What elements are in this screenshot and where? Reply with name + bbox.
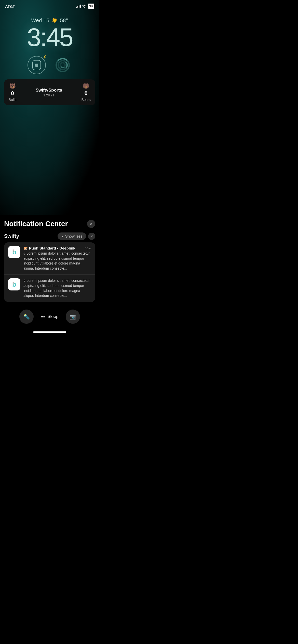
close-icon: ✕ <box>90 222 93 226</box>
watch-widget[interactable]: ⚡ <box>28 56 46 74</box>
home-team-score: 0 <box>11 90 14 97</box>
temperature-label: 58° <box>60 18 68 23</box>
camera-icon: 📷 <box>70 314 76 320</box>
status-bar: AT&T 93 <box>0 0 99 10</box>
signal-icon <box>76 5 81 8</box>
watch-icon <box>32 60 41 70</box>
sun-icon: ☀️ <box>51 17 58 23</box>
away-team-block: 🐻 0 Bears <box>81 83 91 102</box>
widget-row: ⚡ <box>0 56 99 74</box>
notif-group-header: Swifty ▲ Show less ✕ <box>4 232 95 240</box>
app-icon-1: b <box>8 246 20 258</box>
nc-close-button[interactable]: ✕ <box>87 220 95 228</box>
notif-content-1: 🐹 Push Standard - Deeplink now # Lorem i… <box>23 246 91 271</box>
activity-widget[interactable] <box>53 56 72 74</box>
notif-group-name: Swifty <box>4 233 19 239</box>
home-team-name: Bulls <box>9 98 16 102</box>
notif-cards-container: b 🐹 Push Standard - Deeplink now # Lorem… <box>4 242 95 302</box>
home-indicator <box>33 331 66 333</box>
battery-level: 93 <box>89 4 93 8</box>
clock-display: 3:45 <box>0 24 99 50</box>
notif-title-1: Push Standard - Deeplink <box>29 246 75 250</box>
game-time: 1:28:21 <box>16 93 81 97</box>
home-team-emoji: 🐻 <box>9 83 16 89</box>
battery-indicator: 93 <box>88 4 94 9</box>
flashlight-icon: 🔦 <box>23 314 30 320</box>
notif-body-2: # Lorem ipsum dolor sit amet, consectetu… <box>23 278 91 298</box>
lightning-icon: ⚡ <box>43 55 47 59</box>
sports-widget[interactable]: 🐻 0 Bulls SwiftySports 1:28:21 🐻 0 Bears <box>4 79 95 105</box>
chevron-up-icon: ▲ <box>61 235 64 238</box>
home-team-block: 🐻 0 Bulls <box>9 83 16 102</box>
show-less-label: Show less <box>65 234 83 238</box>
notif-header-row-1: 🐹 Push Standard - Deeplink now <box>23 246 91 250</box>
notif-body-1: # Lorem ipsum dolor sit amet, consectetu… <box>23 251 91 271</box>
date-weather-row: Wed 15 ☀️ 58° <box>0 17 99 23</box>
bottom-controls: 🔦 🛏 Sleep 📷 <box>4 302 95 329</box>
away-team-name: Bears <box>81 98 91 102</box>
game-info: SwiftySports 1:28:21 <box>16 88 81 97</box>
wifi-icon <box>82 5 86 8</box>
group-close-icon: ✕ <box>90 235 93 238</box>
carrier-label: AT&T <box>5 4 15 8</box>
notif-title-row-1: 🐹 Push Standard - Deeplink <box>23 246 75 250</box>
notif-time-1: now <box>85 246 91 250</box>
notif-content-2: # Lorem ipsum dolor sit amet, consectetu… <box>23 278 91 298</box>
away-team-emoji: 🐻 <box>83 83 89 89</box>
date-label: Wed 15 <box>31 18 50 23</box>
bed-icon: 🛏 <box>41 314 45 319</box>
show-less-button[interactable]: ▲ Show less <box>58 232 86 240</box>
app-icon-2: b <box>8 278 20 290</box>
sleep-button[interactable]: 🛏 Sleep <box>41 314 58 319</box>
away-team-score: 0 <box>85 90 88 97</box>
camera-button[interactable]: 📷 <box>66 310 80 324</box>
sports-app-name: SwiftySports <box>16 88 81 93</box>
nc-header: Notification Center ✕ <box>4 220 95 228</box>
status-right: 93 <box>76 4 94 9</box>
sleep-label: Sleep <box>47 314 58 319</box>
notif-group-swifty: Swifty ▲ Show less ✕ b <box>4 232 95 302</box>
flashlight-button[interactable]: 🔦 <box>19 310 34 324</box>
activity-rings <box>56 58 70 72</box>
notification-center: Notification Center ✕ Swifty ▲ Show less… <box>0 215 99 333</box>
notif-card-2[interactable]: b # Lorem ipsum dolor sit amet, consecte… <box>4 274 95 302</box>
notif-emoji-1: 🐹 <box>23 246 28 250</box>
notif-group-actions: ▲ Show less ✕ <box>58 232 95 240</box>
notif-card-1[interactable]: b 🐹 Push Standard - Deeplink now # Lorem… <box>4 242 95 274</box>
notif-group-close-button[interactable]: ✕ <box>88 233 95 240</box>
nc-title: Notification Center <box>4 220 68 228</box>
